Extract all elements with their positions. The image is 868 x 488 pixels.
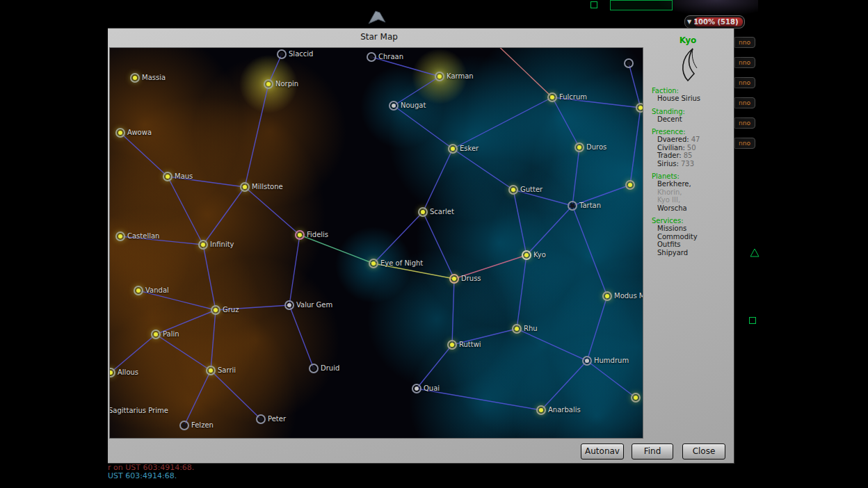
system-node-esker[interactable] xyxy=(448,144,458,154)
system-node-ruttwi[interactable] xyxy=(447,340,457,350)
system-node-peter[interactable] xyxy=(256,414,266,424)
edges-svg xyxy=(110,48,643,438)
find-button[interactable]: Find xyxy=(632,444,673,459)
system-node-castellan[interactable] xyxy=(115,231,125,241)
shield-value: 100% (518) xyxy=(693,18,738,26)
system-label: Gruz xyxy=(223,306,239,314)
services-label: Services: xyxy=(643,217,732,225)
system-node-edge-east-1[interactable] xyxy=(625,180,635,190)
planet-entry: Kyo III, xyxy=(643,196,732,204)
system-label: Slaccid xyxy=(289,50,313,58)
system-label: Peter xyxy=(268,415,286,423)
system-node-vandal[interactable] xyxy=(134,286,143,295)
system-node-gruz[interactable] xyxy=(211,305,220,315)
system-node-kyo[interactable] xyxy=(522,250,531,260)
close-button[interactable]: Close xyxy=(682,444,725,459)
system-node-scarlet[interactable] xyxy=(418,207,428,217)
system-label: Allous xyxy=(118,368,138,376)
system-node-valurgem[interactable] xyxy=(284,300,294,310)
standing-label: Standing: xyxy=(643,108,732,115)
system-node-quai[interactable] xyxy=(412,384,421,393)
system-node-fidelis[interactable] xyxy=(295,230,305,240)
system-node-gutter[interactable] xyxy=(508,185,518,195)
system-label: Rhu xyxy=(524,325,538,332)
hud-side-button[interactable]: nno xyxy=(734,117,755,129)
system-label: Gutter xyxy=(520,186,542,193)
system-node-rhu[interactable] xyxy=(512,324,522,334)
shield-status-bar: ▼ 100% (518) xyxy=(684,15,745,29)
system-label: Humdrum xyxy=(594,357,629,364)
selected-system-name: Kyo xyxy=(643,35,732,45)
system-node-felzen[interactable] xyxy=(179,421,189,430)
overlay-square-icon xyxy=(749,317,756,324)
system-label: Massia xyxy=(142,74,166,81)
system-node-palin[interactable] xyxy=(151,330,161,339)
star-map[interactable]: SlaccidChraanKarmanMassiaNorpinFulcrumJa… xyxy=(109,47,643,439)
system-label: Eye of Night xyxy=(380,259,423,267)
system-label: Vandal xyxy=(145,286,169,294)
system-node-infinity[interactable] xyxy=(198,240,208,250)
system-label: Duros xyxy=(586,143,606,151)
system-node-duros[interactable] xyxy=(574,143,584,152)
system-node-nougat[interactable] xyxy=(389,101,399,111)
planet-entry: Berkhere, xyxy=(643,180,732,188)
system-node-massia[interactable] xyxy=(130,73,140,83)
autonav-button[interactable]: Autonav xyxy=(581,444,624,459)
hud-side-button[interactable]: nno xyxy=(734,57,755,68)
system-label: Infinity xyxy=(210,241,234,248)
service-entry: Shipyard xyxy=(643,249,732,257)
system-label: Fulcrum xyxy=(559,93,587,101)
system-label: Esker xyxy=(460,145,479,152)
hud-side-button[interactable]: nno xyxy=(734,97,755,108)
system-label: Fidelis xyxy=(307,231,328,238)
hud-side-button[interactable]: nno xyxy=(734,138,755,149)
planets-label: Planets: xyxy=(643,172,732,180)
system-node-maus[interactable] xyxy=(163,172,172,181)
system-node-karman[interactable] xyxy=(435,72,444,81)
system-label: Sagittarius Prime xyxy=(109,407,168,414)
system-label: Nougat xyxy=(401,101,426,109)
presence-label: Presence: xyxy=(643,128,732,136)
faction-value: House Sirius xyxy=(643,95,732,103)
faction-label: Faction: xyxy=(643,87,732,95)
system-label: Maus xyxy=(175,172,193,180)
system-node-fulcrum[interactable] xyxy=(547,92,557,102)
system-node-millstone[interactable] xyxy=(240,182,250,192)
target-info-box xyxy=(610,0,673,10)
system-node-awowa[interactable] xyxy=(115,128,125,138)
system-label: Anarbalis xyxy=(548,406,581,414)
system-node-anarbalis[interactable] xyxy=(536,405,546,415)
system-label: Chraan xyxy=(378,53,403,60)
system-node-jack[interactable] xyxy=(636,103,643,113)
system-node-slaccid[interactable] xyxy=(277,49,287,59)
system-node-humdrum[interactable] xyxy=(582,356,592,366)
overlay-triangle-icon xyxy=(750,248,760,257)
system-node-edge-east-2[interactable] xyxy=(631,393,641,402)
hud-side-button[interactable]: nno xyxy=(734,37,755,48)
system-label: Karman xyxy=(447,72,474,80)
system-info-panel: Kyo Faction: House Sirius Standing: Dece… xyxy=(643,35,732,257)
system-node-chraan[interactable] xyxy=(367,52,376,62)
presence-entry: Dvaered:47 xyxy=(643,136,732,144)
time-line: UST 603:4914:68. xyxy=(108,471,177,480)
system-label: Millstone xyxy=(252,183,283,190)
hud-side-button[interactable]: nno xyxy=(734,77,755,88)
system-node-sarrii[interactable] xyxy=(206,366,216,375)
system-node-modus[interactable] xyxy=(602,291,612,301)
presence-entry: Civilian:50 xyxy=(643,144,732,152)
system-node-norpin[interactable] xyxy=(264,79,273,89)
system-node-tartan[interactable] xyxy=(568,201,577,211)
house-sirius-crest-icon xyxy=(676,47,700,82)
system-label: Tartan xyxy=(579,202,601,209)
system-label: Quai xyxy=(424,384,440,392)
window-title: Star Map xyxy=(316,32,442,42)
service-entry: Missions xyxy=(643,225,732,233)
system-label: Scarlet xyxy=(430,208,454,215)
standing-value: Decent xyxy=(643,115,732,124)
system-node-druid[interactable] xyxy=(309,364,319,373)
system-node-edge-ne[interactable] xyxy=(624,58,634,68)
system-node-eyeofnight[interactable] xyxy=(369,259,378,268)
system-label: Castellan xyxy=(127,232,159,240)
presence-entry: Sirius:733 xyxy=(643,160,732,168)
system-node-druss[interactable] xyxy=(449,274,459,284)
